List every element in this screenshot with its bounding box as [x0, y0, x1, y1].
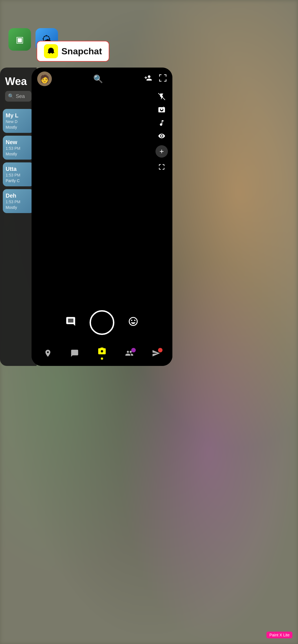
weather-item-3[interactable]: Deh 1:53 PM Mostly	[3, 189, 34, 213]
screen-scan-button[interactable]	[158, 163, 165, 171]
weather-item-2-time: 1:53 PM	[6, 173, 31, 177]
camera-nav-dot	[101, 357, 103, 360]
flash-off-button[interactable]	[158, 93, 165, 100]
search-icon[interactable]: 🔍	[93, 74, 103, 84]
weather-item-1-name: New	[6, 139, 31, 146]
dual-camera-button[interactable]	[158, 106, 166, 114]
weather-app-title: Wea	[5, 75, 32, 88]
lens-button[interactable]	[158, 132, 165, 140]
snapchat-app-icon	[44, 44, 58, 58]
weather-card: Wea 🔍 Sea My L New D Mostly New 1:53 PM …	[0, 68, 37, 366]
weather-item-3-time: 1:53 PM	[6, 200, 31, 204]
nav-camera[interactable]	[97, 347, 106, 360]
nav-friends[interactable]	[125, 349, 134, 357]
snapchat-title: Snapchat	[61, 46, 102, 57]
weather-search[interactable]: 🔍 Sea	[5, 91, 32, 102]
weather-item-2[interactable]: Utta 1:53 PM Partly C	[3, 162, 34, 186]
right-sidebar	[155, 93, 168, 171]
ghost-icon	[47, 47, 55, 55]
friends-badge	[131, 348, 136, 352]
sticker-button[interactable]	[65, 316, 76, 329]
weather-item-3-name: Deh	[6, 193, 31, 199]
nav-chat[interactable]	[70, 349, 79, 357]
snapchat-panel: 🧑 🔍	[32, 68, 172, 366]
snap-top-bar: 🧑 🔍	[32, 68, 172, 90]
user-avatar[interactable]: 🧑	[37, 71, 52, 86]
capture-button[interactable]	[90, 310, 114, 335]
weather-item-1[interactable]: New 1:53 PM Mostly	[3, 136, 34, 160]
nav-stories[interactable]	[152, 349, 160, 357]
weather-item-2-condition: Partly C	[6, 178, 31, 183]
weather-item-0-time: New D	[6, 119, 31, 124]
weather-header: Wea 🔍 Sea	[0, 68, 37, 109]
snapchat-banner[interactable]: Snapchat	[37, 41, 109, 62]
weather-item-0-name: My L	[6, 112, 31, 119]
weather-item-2-name: Utta	[6, 166, 31, 172]
top-right-icons	[144, 74, 167, 84]
bottom-capture-bar	[32, 305, 172, 341]
app-icon-green[interactable]: ▣	[8, 28, 31, 51]
weather-item-0[interactable]: My L New D Mostly	[3, 109, 34, 133]
stories-badge	[158, 348, 163, 352]
weather-item-3-condition: Mostly	[6, 205, 31, 210]
weather-item-1-time: 1:53 PM	[6, 146, 31, 151]
nav-bar	[32, 341, 172, 366]
weather-search-text: Sea	[16, 93, 25, 99]
svg-point-1	[161, 108, 163, 110]
add-friend-button[interactable]	[144, 74, 152, 84]
plus-button[interactable]	[155, 145, 168, 158]
scan-button[interactable]	[159, 74, 167, 84]
weather-item-1-condition: Mostly	[6, 152, 31, 156]
weather-item-0-condition: Mostly	[6, 125, 31, 129]
nav-map[interactable]	[44, 349, 52, 357]
emoji-button[interactable]	[128, 316, 139, 329]
music-button[interactable]	[158, 119, 165, 127]
watermark: Paint X Lite	[266, 632, 292, 638]
